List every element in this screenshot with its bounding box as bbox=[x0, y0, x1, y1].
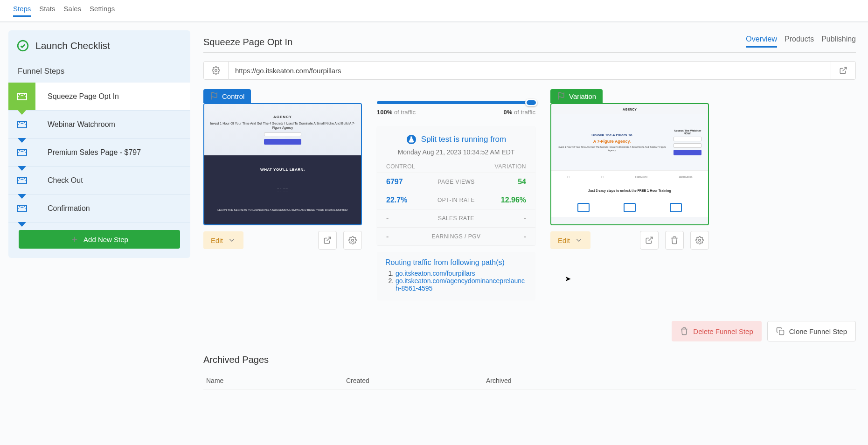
control-preview[interactable]: AGENCY Invest 1 Hour Of Your Time And Ge… bbox=[203, 103, 362, 225]
preview-step-icons bbox=[551, 198, 708, 217]
route-link-2[interactable]: go.itskeaton.com/agencydominanceprelaunc… bbox=[396, 277, 525, 292]
stats-title-text: Split test is running from bbox=[421, 135, 506, 144]
stats-row-optin: 22.7%OPT-IN RATE12.96% bbox=[377, 191, 535, 209]
chevron-down-icon bbox=[575, 236, 583, 244]
sidebar-step-squeeze[interactable]: Squeeze Page Opt In bbox=[8, 83, 190, 111]
trash-icon bbox=[670, 236, 679, 244]
mail-icon bbox=[17, 177, 27, 184]
preview-cta bbox=[264, 139, 301, 145]
clone-funnel-step-button[interactable]: Clone Funnel Step bbox=[767, 321, 856, 341]
mail-icon bbox=[17, 121, 27, 128]
col-created: Created bbox=[346, 377, 486, 384]
launch-title: Launch Checklist bbox=[35, 40, 110, 51]
subtab-overview[interactable]: Overview bbox=[746, 35, 777, 48]
stats-row-earnings: -EARNINGS / PGV- bbox=[377, 227, 535, 245]
sidebar-step-checkout[interactable]: Check Out bbox=[8, 167, 190, 195]
external-link-icon bbox=[645, 236, 653, 244]
edit-label: Edit bbox=[558, 236, 570, 244]
route-link-1[interactable]: go.itskeaton.com/fourpillars bbox=[396, 270, 475, 277]
mail-icon bbox=[17, 149, 27, 156]
preview-input bbox=[674, 137, 701, 141]
top-tabs: Steps Stats Sales Settings bbox=[0, 0, 868, 22]
archived-header-row: Name Created Archived bbox=[203, 372, 856, 389]
traffic-left: 100% of traffic bbox=[377, 109, 416, 116]
plus-icon bbox=[70, 235, 79, 243]
edit-control-button[interactable]: Edit bbox=[203, 231, 243, 249]
control-variant: Control AGENCY Invest 1 Hour Of Your Tim… bbox=[203, 89, 362, 250]
sidebar-step-confirmation[interactable]: Confirmation bbox=[8, 195, 190, 222]
step-label: Webinar Watchroom bbox=[35, 120, 190, 129]
preview-section1: WHAT YOU'LL LEARN: bbox=[260, 167, 305, 172]
add-new-step-button[interactable]: Add New Step bbox=[19, 230, 180, 249]
subtab-products[interactable]: Products bbox=[785, 35, 814, 48]
routing-title: Routing traffic from following path(s) bbox=[385, 258, 527, 267]
settings-variation-button[interactable] bbox=[690, 231, 709, 250]
gear-icon bbox=[212, 66, 220, 75]
url-settings-button[interactable] bbox=[203, 61, 229, 80]
split-test-stats: 100% of traffic 0% of traffic Split test… bbox=[377, 89, 535, 300]
open-variation-button[interactable] bbox=[640, 231, 659, 250]
svg-rect-5 bbox=[779, 330, 784, 335]
control-label: Control bbox=[222, 92, 244, 100]
tab-settings[interactable]: Settings bbox=[90, 5, 115, 17]
footer-actions: Delete Funnel Step Clone Funnel Step bbox=[203, 321, 856, 341]
preview-logo: AGENCY bbox=[551, 104, 708, 114]
delete-variation-button[interactable] bbox=[665, 231, 684, 250]
stats-date: Monday Aug 21, 2023 10:34:52 AM EDT bbox=[377, 148, 535, 156]
archived-section: Archived Pages Name Created Archived bbox=[203, 355, 856, 389]
step-label: Confirmation bbox=[35, 204, 190, 213]
clone-label: Clone Funnel Step bbox=[789, 327, 847, 335]
svg-point-2 bbox=[352, 239, 354, 242]
flag-icon bbox=[210, 92, 218, 100]
url-row bbox=[203, 61, 856, 80]
open-control-button[interactable] bbox=[318, 231, 337, 250]
stats-row-salesrate: -SALES RATE- bbox=[377, 209, 535, 227]
tab-stats[interactable]: Stats bbox=[39, 5, 55, 17]
funnel-steps-header: Funnel Steps bbox=[8, 60, 190, 83]
preview-input bbox=[264, 132, 301, 136]
preview-section2: LEARN THE SECRETS TO LAUNCHING A SUCCESS… bbox=[217, 209, 347, 212]
add-step-label: Add New Step bbox=[83, 236, 128, 243]
archived-title: Archived Pages bbox=[203, 355, 856, 365]
variation-preview[interactable]: AGENCY Unlock The 4 Pillars To A 7-Figur… bbox=[550, 103, 709, 225]
page-url-input[interactable] bbox=[229, 61, 831, 80]
col-name: Name bbox=[206, 377, 346, 384]
gear-icon bbox=[695, 236, 704, 244]
edit-label: Edit bbox=[211, 236, 223, 244]
traffic-slider[interactable]: 100% of traffic 0% of traffic bbox=[377, 89, 535, 119]
mail-icon bbox=[17, 93, 27, 100]
tab-steps[interactable]: Steps bbox=[13, 5, 31, 17]
gear-icon bbox=[348, 236, 357, 244]
sidebar: Launch Checklist Funnel Steps Squeeze Pa… bbox=[8, 30, 190, 258]
external-link-icon bbox=[839, 66, 847, 75]
edit-variation-button[interactable]: Edit bbox=[550, 231, 590, 249]
delete-label: Delete Funnel Step bbox=[693, 327, 753, 335]
delete-funnel-step-button[interactable]: Delete Funnel Step bbox=[672, 321, 761, 341]
step-label: Check Out bbox=[35, 176, 190, 185]
copy-icon bbox=[776, 327, 785, 335]
stats-row-pageviews: 6797PAGE VIEWS54 bbox=[377, 173, 535, 191]
slider-handle[interactable] bbox=[525, 99, 537, 106]
sub-tabs: Overview Products Publishing bbox=[746, 35, 856, 48]
main-content: Squeeze Page Opt In Overview Products Pu… bbox=[200, 30, 860, 394]
routing-card: Routing traffic from following path(s) g… bbox=[377, 252, 535, 300]
stats-card: Split test is running from Monday Aug 21… bbox=[377, 126, 535, 245]
subtab-publishing[interactable]: Publishing bbox=[821, 35, 856, 48]
sidebar-step-webinar[interactable]: Webinar Watchroom bbox=[8, 111, 190, 139]
preview-headline: Invest 1 Hour Of Your Time And Get The 4… bbox=[209, 122, 356, 130]
settings-control-button[interactable] bbox=[343, 231, 362, 250]
external-link-icon bbox=[323, 236, 332, 244]
preview-h1: Unlock The 4 Pillars To bbox=[591, 133, 632, 138]
page-title: Squeeze Page Opt In bbox=[203, 37, 292, 48]
preview-h2: A 7-Figure Agency. bbox=[593, 139, 631, 144]
step-label: Squeeze Page Opt In bbox=[35, 92, 190, 101]
mail-icon bbox=[17, 205, 27, 212]
preview-cta bbox=[674, 150, 701, 155]
svg-point-1 bbox=[215, 70, 217, 72]
sidebar-step-premium[interactable]: Premium Sales Page - $797 bbox=[8, 139, 190, 167]
tab-sales[interactable]: Sales bbox=[64, 5, 82, 17]
open-url-button[interactable] bbox=[831, 61, 856, 80]
control-tag: Control bbox=[203, 89, 251, 103]
svg-point-4 bbox=[699, 239, 701, 242]
trash-icon bbox=[680, 327, 688, 335]
